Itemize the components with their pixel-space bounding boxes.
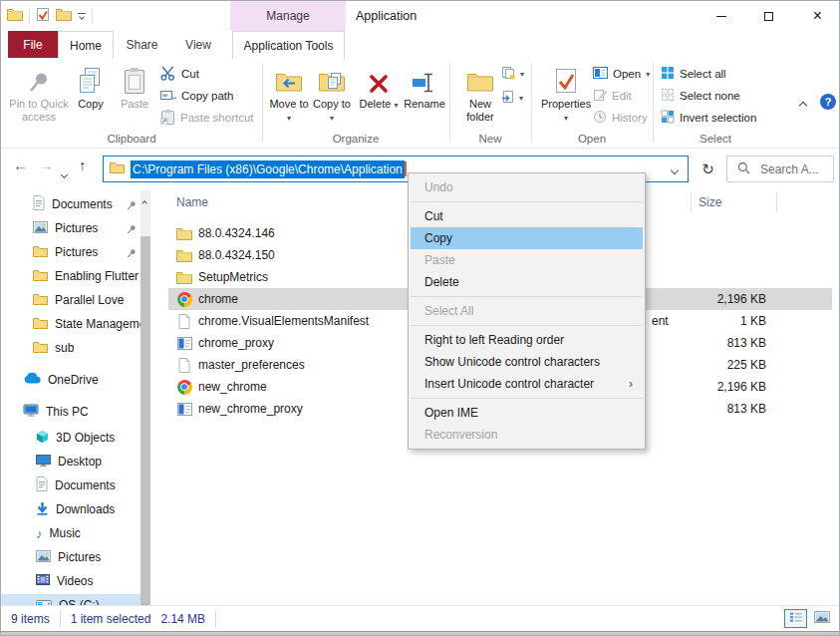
new-item-button[interactable]: ▾ [501,63,524,85]
tab-file[interactable]: File [8,31,58,58]
column-separator[interactable] [776,192,777,212]
address-folder-icon [110,161,125,176]
sidebar-item-pictures-pinned[interactable]: Pictures [1,217,140,239]
scroll-up-icon[interactable] [142,194,146,208]
sidebar-item-os-c-drive[interactable]: OS (C:) [1,594,140,605]
column-header-name[interactable]: Name [176,195,208,209]
tab-share[interactable]: Share [116,31,168,58]
ribbon-group-label-clipboard: Clipboard [1,133,262,145]
address-dropdown-chevron-icon[interactable] [672,162,682,176]
sidebar-item-music[interactable]: ♪ Music [1,522,140,544]
separator [92,9,93,24]
recent-locations-chevron-icon[interactable] [62,163,67,180]
document-icon [33,195,45,213]
separator [60,611,61,627]
new-item-icon [501,66,515,82]
qat-customize-chevron-icon[interactable] [78,13,86,19]
sidebar-item-enabling-flutter[interactable]: Enabling Flutter [1,265,140,287]
thumbnail-view-button[interactable] [810,609,833,628]
up-icon[interactable]: ↑ [79,157,87,173]
tab-manage[interactable]: Manage [230,1,346,31]
details-view-button[interactable] [784,609,807,628]
menu-item-delete[interactable]: Delete [411,271,643,293]
forward-icon[interactable]: → [39,157,54,173]
ribbon-group-label-select: Select [653,133,778,145]
rename-button[interactable]: Rename [402,61,447,111]
ribbon: Pin to Quick access Copy Paste Cut Copy … [1,58,839,149]
menu-item-rtl-reading-order[interactable]: Right to left Reading order [411,329,643,351]
sidebar-item-state-management[interactable]: State Manageme [1,313,140,335]
window-bottom-edge [1,631,839,636]
copy-button[interactable]: Copy [71,61,111,111]
sidebar-item-documents[interactable]: Documents [1,193,140,215]
folder-icon [33,245,48,260]
paste-button[interactable]: Paste [114,61,155,111]
easy-access-button[interactable]: ▾ [501,87,523,109]
delete-button[interactable]: Delete ▾ [358,61,400,112]
minimize-button[interactable] [699,1,743,31]
menu-item-copy[interactable]: Copy [411,227,643,249]
history-clock-icon-button[interactable]: History [593,107,648,129]
sidebar-item-parallel-love[interactable]: Parallel Love [1,289,140,311]
rename-icon [412,61,437,95]
menu-item-reconversion: Reconversion [411,424,643,446]
scroll-down-icon[interactable] [142,596,146,605]
back-icon[interactable]: ← [13,157,28,173]
menu-item-insert-unicode[interactable]: Insert Unicode control character› [411,373,643,395]
select-all-button[interactable]: Select all [661,63,726,85]
sidebar-item-onedrive[interactable]: OneDrive [1,369,140,391]
window-title: Application [356,1,417,31]
sidebar-scrollbar[interactable] [140,190,150,605]
maximize-button[interactable] [746,1,791,31]
dropdown-arrow-icon: ▾ [646,70,650,79]
scrollbar-thumb[interactable] [140,236,150,605]
close-button[interactable]: × [794,1,840,31]
menu-item-show-unicode[interactable]: Show Unicode control characters [411,351,643,373]
select-none-button[interactable]: Select none [661,85,740,107]
monitor-icon [23,404,39,420]
qat-properties-icon[interactable] [36,7,50,25]
ribbon-group-label-organize: Organize [262,133,449,145]
tab-application-tools[interactable]: Application Tools [232,31,345,59]
collapse-ribbon-chevron-icon[interactable] [800,98,806,112]
move-to-icon [275,61,303,95]
sidebar-item-3d-objects[interactable]: 3D Objects [1,427,140,449]
edit-button[interactable]: Edit [593,85,632,107]
paste-shortcut-button[interactable]: Paste shortcut [160,107,254,129]
open-icon [593,67,608,81]
sidebar-item-pictures-folder[interactable]: Pictures [1,241,140,263]
copy-path-button[interactable]: Copy path [160,85,233,107]
search-input[interactable] [758,161,828,177]
help-icon[interactable]: ? [820,94,836,110]
column-separator[interactable] [691,192,692,212]
cut-button[interactable]: Cut [160,63,199,85]
invert-selection-icon [661,110,675,126]
tab-home[interactable]: Home [58,31,114,59]
sidebar-item-desktop[interactable]: Desktop [1,451,140,473]
pin-to-quick-access-button[interactable]: Pin to Quick access [9,61,69,124]
refresh-button[interactable]: ↻ [695,156,721,182]
sidebar-item-videos[interactable]: Videos [1,570,140,592]
copy-to-button[interactable]: Copy to ▾ [310,61,354,125]
paste-shortcut-icon [160,109,175,127]
qat-new-folder-icon[interactable] [56,8,72,24]
tab-view[interactable]: View [170,31,226,58]
menu-item-cut[interactable]: Cut [411,205,643,227]
sidebar-item-documents-pc[interactable]: Documents [1,475,140,496]
new-folder-button[interactable]: New folder [455,61,505,124]
sidebar-item-downloads[interactable]: Downloads [1,498,140,520]
invert-selection-button[interactable]: Invert selection [661,107,756,129]
open-button[interactable]: Open ▾ [593,63,650,85]
sidebar-item-pictures-pc[interactable]: Pictures [1,546,140,568]
search-box[interactable] [726,156,834,182]
dropdown-arrow-icon: ▾ [519,94,523,103]
document-icon [174,358,194,373]
properties-button[interactable]: Properties ▾ [541,61,591,125]
folder-icon [33,293,48,308]
menu-item-open-ime[interactable]: Open IME [411,402,643,424]
column-header-size[interactable]: Size [699,195,721,209]
document-icon [174,314,194,329]
sidebar-item-sub[interactable]: sub [1,337,140,359]
move-to-button[interactable]: Move to ▾ [268,61,310,125]
sidebar-item-this-pc[interactable]: This PC [1,401,140,423]
